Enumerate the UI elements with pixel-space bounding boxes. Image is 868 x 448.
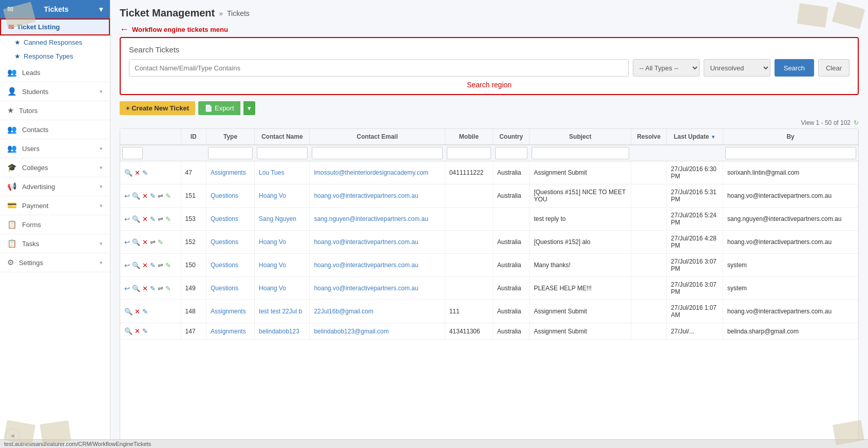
view-icon[interactable]: 🔍 — [124, 327, 133, 335]
reply-icon[interactable]: ↩ — [124, 285, 130, 292]
type-link[interactable]: Questions — [211, 238, 238, 246]
sidebar-item-leads[interactable]: 👥 Leads — [0, 63, 110, 82]
edit-icon[interactable]: ✎ — [142, 327, 148, 335]
filter-subject-input[interactable] — [532, 147, 629, 159]
delete-icon[interactable]: ✕ — [142, 192, 148, 200]
contact-email-link[interactable]: hoang.vo@interactivepartners.com.au — [314, 192, 418, 199]
filter-id-input[interactable] — [122, 147, 143, 159]
view-icon[interactable]: 🔍 — [132, 215, 140, 223]
contact-name-link[interactable]: Hoang Vo — [259, 285, 286, 292]
reply-icon[interactable]: ↩ — [124, 238, 130, 246]
view-icon[interactable]: 🔍 — [132, 192, 140, 200]
delete-icon[interactable]: ✕ — [142, 262, 148, 269]
sidebar-item-tutors[interactable]: ★ Tutors — [0, 101, 110, 120]
type-link[interactable]: Questions — [211, 215, 238, 222]
contact-name-link[interactable]: Lou Tues — [259, 169, 284, 176]
clear-button[interactable]: Clear — [818, 59, 850, 77]
type-link[interactable]: Assignments — [211, 328, 246, 335]
sidebar-item-forms[interactable]: 📋 Forms — [0, 215, 110, 234]
view-icon[interactable]: 🔍 — [132, 262, 140, 269]
row-last-update: 27/Jul/2016 6:30 PM — [667, 161, 723, 184]
filter-contact-input[interactable] — [257, 147, 308, 159]
type-link[interactable]: Questions — [211, 285, 238, 292]
sidebar-item-colleges[interactable]: 🎓 Colleges ▾ — [0, 158, 110, 177]
check-icon[interactable]: ✎ — [165, 215, 171, 223]
contact-email-link[interactable]: 22Jul16b@gmail.com — [314, 308, 373, 315]
edit-icon[interactable]: ✎ — [150, 285, 156, 292]
page-title: Ticket Management — [120, 7, 215, 19]
filter-mobile-input[interactable] — [447, 147, 490, 159]
sidebar-item-settings[interactable]: ⚙ Settings ▾ — [0, 253, 110, 272]
refresh-icon[interactable]: ↻ — [854, 119, 859, 126]
advertising-icon: 📢 — [7, 182, 17, 191]
contact-name-link[interactable]: test test 22Jul b — [259, 308, 302, 315]
reply-icon[interactable]: ↩ — [124, 215, 130, 223]
check-icon[interactable]: ✎ — [165, 192, 171, 200]
more-icon[interactable]: ⇌ — [158, 285, 163, 292]
users-label: Users — [22, 145, 100, 153]
contact-email-link[interactable]: belindabob123@gmail.com — [314, 328, 389, 335]
more-icon[interactable]: ⇌ — [150, 238, 156, 246]
more-icon[interactable]: ⇌ — [158, 215, 163, 223]
search-input[interactable] — [129, 59, 629, 77]
contact-email-link[interactable]: lmossuto@theinteriordesignacademy.com — [314, 169, 428, 176]
delete-icon[interactable]: ✕ — [135, 327, 140, 335]
edit-icon[interactable]: ✎ — [150, 192, 156, 200]
delete-icon[interactable]: ✕ — [142, 215, 148, 223]
reply-icon[interactable]: ↩ — [124, 262, 130, 269]
status-select[interactable]: Unresolved Resolved All — [704, 59, 770, 77]
delete-icon[interactable]: ✕ — [142, 285, 148, 292]
more-icon[interactable]: ⇌ — [158, 262, 163, 269]
filter-by-input[interactable] — [725, 147, 856, 159]
filter-type-input[interactable] — [208, 147, 252, 159]
view-icon[interactable]: 🔍 — [132, 238, 140, 246]
contact-name-link[interactable]: Sang Nguyen — [259, 215, 296, 222]
sidebar-item-users[interactable]: 👥 Users ▾ — [0, 139, 110, 158]
sidebar-item-canned-responses[interactable]: ★ Canned Responses — [0, 35, 110, 49]
sidebar-item-advertising[interactable]: 📢 Advertising ▾ — [0, 177, 110, 196]
sidebar-item-payment[interactable]: 💳 Payment ▾ — [0, 196, 110, 215]
delete-icon[interactable]: ✕ — [142, 238, 148, 246]
contact-email-link[interactable]: hoang.vo@interactivepartners.com.au — [314, 285, 418, 292]
check-icon[interactable]: ✎ — [165, 262, 171, 269]
users-icon: 👥 — [7, 144, 17, 153]
row-country: Australia — [493, 323, 530, 340]
sidebar-item-contacts[interactable]: 👥 Contacts — [0, 120, 110, 139]
view-icon[interactable]: 🔍 — [132, 285, 140, 292]
filter-email-input[interactable] — [312, 147, 443, 159]
row-contact-email: hoang.vo@interactivepartners.com.au — [310, 277, 445, 300]
sidebar-item-tasks[interactable]: 📋 Tasks ▾ — [0, 234, 110, 253]
contact-email-link[interactable]: hoang.vo@interactivepartners.com.au — [314, 262, 418, 269]
sidebar-item-response-types[interactable]: ★ Response Types — [0, 49, 110, 63]
export-button[interactable]: 📄 Export — [198, 101, 240, 115]
type-select[interactable]: -- All Types -- Assignments Questions Ge… — [633, 59, 700, 77]
check-icon[interactable]: ✎ — [165, 285, 171, 292]
edit-icon[interactable]: ✎ — [142, 308, 148, 315]
contact-email-link[interactable]: sang.nguyen@interactivepartners.com.au — [314, 215, 428, 222]
col-last-update[interactable]: Last Update ▼ — [667, 129, 723, 145]
export-dropdown-button[interactable]: ▾ — [243, 101, 255, 115]
contact-name-link[interactable]: Hoang Vo — [259, 262, 286, 269]
check-icon[interactable]: ✎ — [158, 238, 163, 246]
view-icon[interactable]: 🔍 — [124, 308, 133, 315]
type-link[interactable]: Questions — [211, 192, 238, 199]
create-new-ticket-button[interactable]: + Create New Ticket — [120, 101, 195, 115]
sidebar-item-students[interactable]: 👤 Students ▾ — [0, 82, 110, 101]
view-icon[interactable]: 🔍 — [124, 169, 133, 177]
delete-icon[interactable]: ✕ — [135, 169, 140, 177]
delete-icon[interactable]: ✕ — [135, 308, 140, 315]
contact-name-link[interactable]: belindabob123 — [259, 328, 299, 335]
edit-icon[interactable]: ✎ — [142, 169, 148, 177]
edit-icon[interactable]: ✎ — [150, 215, 156, 223]
reply-icon[interactable]: ↩ — [124, 192, 130, 200]
type-link[interactable]: Questions — [211, 262, 238, 269]
search-button[interactable]: Search — [775, 59, 814, 77]
contact-email-link[interactable]: hoang.vo@interactivepartners.com.au — [314, 238, 418, 246]
filter-country-input[interactable] — [495, 147, 527, 159]
type-link[interactable]: Assignments — [211, 169, 246, 176]
type-link[interactable]: Assignments — [211, 308, 246, 315]
contact-name-link[interactable]: Hoang Vo — [259, 238, 286, 246]
edit-icon[interactable]: ✎ — [150, 262, 156, 269]
contact-name-link[interactable]: Hoang Vo — [259, 192, 286, 199]
more-icon[interactable]: ⇌ — [158, 192, 163, 200]
